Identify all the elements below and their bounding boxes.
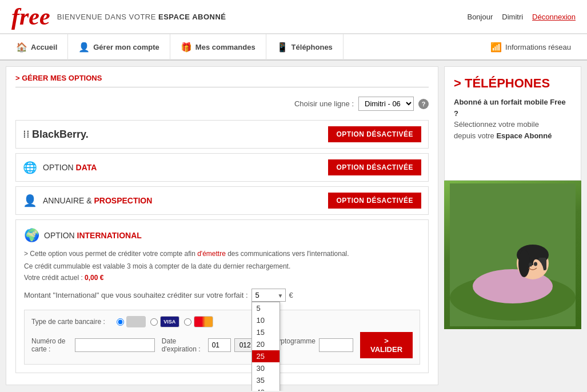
svg-point-8 [529,263,532,267]
amount-unit: € [289,291,293,299]
radio-mc-input[interactable] [184,318,191,326]
logout-link[interactable]: Déconnexion [532,13,576,21]
nav-label-compte: Gérer mon compte [93,43,159,51]
sidebar-desc-1: Abonné à un forfait mobile Free ? [454,97,572,119]
card-form-bottom: Numéro de carte : Date d'expiration : 01… [31,332,413,358]
nav: 🏠 Accueil 👤 Gérer mon compte 🎁 Mes comma… [0,34,587,61]
credit-value: 0,00 € [85,274,103,282]
annuaire-toggle-btn[interactable]: OPTION DÉSACTIVÉE [328,193,421,209]
help-icon[interactable]: ? [418,99,429,109]
date-field-group: Date d'expiration : 010 011 012 013 014 [162,337,263,353]
valider-button[interactable]: > VALIDER [360,332,413,358]
nav-label-telephones: Téléphones [291,43,333,51]
mc-icon [194,316,213,327]
date-label: Date d'expiration : [162,337,205,353]
header: free BIENVENUE DANS VOTRE ESPACE ABONNÉ … [0,0,587,34]
nav-label-accueil: Accueil [31,43,57,51]
greeting-label: Bonjour [467,13,493,21]
content: > GÉRER MES OPTIONS Choisir une ligne : … [6,66,438,385]
international-option-box: 🌍 OPTION INTERNATIONAL > Cette option vo… [15,219,429,373]
nav-item-commandes[interactable]: 🎁 Mes commandes [170,34,266,60]
line-chooser: Choisir une ligne : Dimitri - 06 ? [15,97,429,111]
card-radio-cb[interactable] [117,316,146,327]
sidebar-image [444,181,581,329]
card-radio-mc[interactable] [184,316,213,327]
dropdown-item-25[interactable]: 25 [252,350,279,362]
amount-select-wrapper: 5 ▼ 5 10 15 20 25 30 35 40 45 50 [251,289,286,302]
nav-item-telephones[interactable]: 📱 Téléphones [266,34,344,60]
blackberry-toggle-btn[interactable]: OPTION DÉSACTIVÉE [328,126,421,142]
bienvenue-label: BIENVENUE DANS VOTRE [57,13,156,21]
bienvenue-text: BIENVENUE DANS VOTRE ESPACE ABONNÉ [57,13,226,21]
visa-icon: VISA [160,316,179,327]
phone-icon: 📱 [277,42,288,53]
annuaire-option-row: 👤 ANNUAIRE & PROSPECTION OPTION DÉSACTIV… [15,186,429,215]
nav-item-accueil[interactable]: 🏠 Accueil [6,34,68,60]
sidebar-top: > TÉLÉPHONES Abonné à un forfait mobile … [444,66,581,181]
wifi-icon: 📶 [490,42,502,53]
data-label: OPTION DATA [43,163,97,172]
international-header: 🌍 OPTION INTERNATIONAL [24,228,420,243]
radio-visa-input[interactable] [150,318,158,326]
blackberry-logo: ⁞⁞ BlackBerry. [23,128,89,141]
annuaire-label-area: 👤 ANNUAIRE & PROSPECTION [23,194,152,207]
blackberry-option-row: ⁞⁞ BlackBerry. OPTION DÉSACTIVÉE [15,120,429,149]
dropdown-item-30[interactable]: 30 [252,362,279,374]
nav-label-reseau: Informations réseau [505,43,571,51]
page-title: > GÉRER MES OPTIONS [15,74,429,87]
sidebar-title-accent: TÉLÉPHONES [465,76,550,90]
svg-point-9 [534,262,537,266]
nav-label-commandes: Mes commandes [195,43,255,51]
amount-dropdown-list: 5 10 15 20 25 30 35 40 45 50 [251,302,280,391]
cb-icon [126,316,146,327]
breadcrumb-highlight: OPTIONS [69,74,102,82]
numero-field-group: Numéro de carte : [31,337,155,353]
dropdown-item-10[interactable]: 10 [252,314,279,326]
numero-input[interactable] [75,338,155,352]
emettre-link[interactable]: d'émettre [197,250,226,258]
card-form: Type de carte bancaire : VISA [24,310,420,365]
credit-line: Votre crédit actuel : 0,00 € [24,274,420,282]
bb-text: BlackBerry. [32,129,89,141]
amount-select[interactable]: 5 [251,289,286,302]
data-option-row: 🌐 OPTION DATA OPTION DÉSACTIVÉE [15,153,429,182]
nav-item-reseau[interactable]: 📶 Informations réseau [480,34,581,60]
home-icon: 🏠 [16,42,27,53]
amount-row: Montant "International" que vous souhait… [24,289,420,302]
espace-label: ESPACE ABONNÉ [158,13,226,21]
card-radio-visa[interactable]: VISA [150,316,179,327]
card-radios: VISA [117,316,213,327]
logo-area: free BIENVENUE DANS VOTRE ESPACE ABONNÉ [11,5,226,29]
nav-item-compte[interactable]: 👤 Gérer mon compte [68,34,170,60]
line-chooser-label: Choisir une ligne : [294,99,354,108]
logo[interactable]: free [11,5,50,29]
line-select[interactable]: Dimitri - 06 [358,97,414,111]
box-icon: 🎁 [181,42,192,53]
date-month-input[interactable] [208,338,231,352]
international-title: OPTION INTERNATIONAL [44,231,142,240]
card-type-label: Type de carte bancaire : [31,318,105,326]
dropdown-item-15[interactable]: 15 [252,326,279,338]
numero-label: Numéro de carte : [31,337,71,353]
data-icon: 🌐 [23,161,37,174]
international-icon: 🌍 [24,228,39,243]
dropdown-item-35[interactable]: 35 [252,374,279,386]
girl-photo [444,181,581,329]
svg-point-5 [518,250,530,277]
sidebar-desc-2: Sélectionnez votre mobile [454,119,572,130]
dropdown-item-5[interactable]: 5 [252,302,279,314]
sidebar-desc-3: depuis votre Espace Abonné [454,130,572,142]
username-label: Dimitri [502,13,523,21]
dropdown-item-40[interactable]: 40 [252,386,279,391]
annuaire-icon: 👤 [23,194,37,207]
main: > GÉRER MES OPTIONS Choisir une ligne : … [0,61,587,391]
girl-svg [450,183,576,326]
dropdown-item-20[interactable]: 20 [252,338,279,350]
annuaire-label: ANNUAIRE & PROSPECTION [43,196,152,205]
radio-cb-input[interactable] [117,318,124,326]
intl-desc-1: > Cette option vous permet de créditer v… [24,249,420,259]
data-toggle-btn[interactable]: OPTION DÉSACTIVÉE [328,159,421,175]
bb-icon: ⁞⁞ [23,128,30,141]
crypto-input[interactable] [319,338,353,352]
sidebar-title: > TÉLÉPHONES [454,76,572,91]
